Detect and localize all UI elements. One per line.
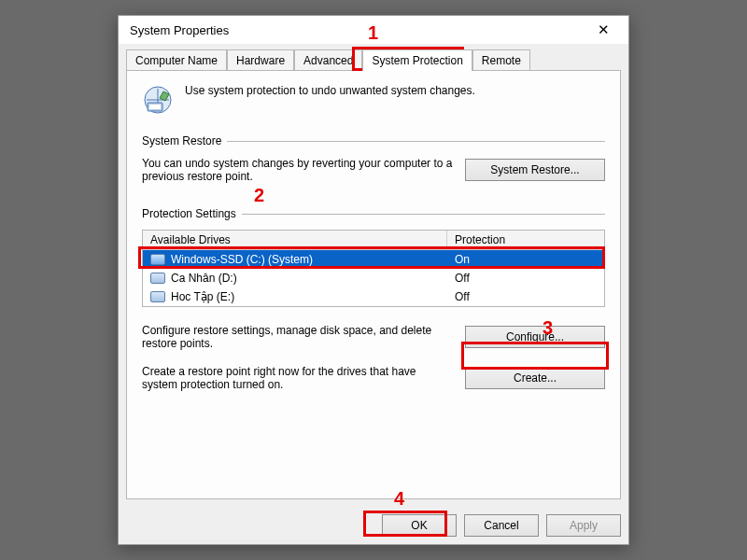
group-title-restore: System Restore [142,134,221,147]
close-button[interactable]: ✕ [584,18,623,42]
drive-row-e[interactable]: Hoc Tập (E:) Off [143,287,604,306]
svg-rect-2 [149,105,161,109]
dialog-footer: OK Cancel Apply 4 [119,507,628,544]
group-protection-settings: Protection Settings Available Drives Pro… [142,207,605,391]
system-properties-window: System Properties ✕ Computer Name Hardwa… [118,15,629,545]
group-system-restore: System Restore You can undo system chang… [142,134,605,183]
drives-listbox[interactable]: Available Drives Protection Windows-SSD … [142,230,605,307]
col-header-protection: Protection [447,231,604,249]
ok-button[interactable]: OK [382,514,457,537]
window-title: System Properties [130,23,229,37]
col-header-drives: Available Drives [143,231,447,249]
drive-icon [150,291,165,302]
annotation-number-2: 2 [254,185,264,206]
restore-desc: You can undo system changes by reverting… [142,157,454,183]
drive-row-c[interactable]: Windows-SSD (C:) (System) On [143,250,604,269]
apply-button: Apply [546,514,621,537]
tab-remote[interactable]: Remote [472,49,530,71]
tab-advanced[interactable]: Advanced [294,49,362,71]
drive-protection: Off [447,269,604,287]
client-area: Computer Name Hardware Advanced System P… [119,44,628,507]
tab-system-protection[interactable]: System Protection [362,49,472,71]
drive-icon [150,254,165,265]
configure-desc: Configure restore settings, manage disk … [142,324,454,350]
drive-protection: Off [447,287,604,306]
drive-row-d[interactable]: Ca Nhân (D:) Off [143,269,604,287]
drive-name: Ca Nhân (D:) [171,272,237,285]
create-button[interactable]: Create... [465,367,605,389]
divider [227,141,605,142]
tab-hardware[interactable]: Hardware [227,49,294,71]
drive-protection: On [447,250,604,269]
tab-computer-name[interactable]: Computer Name [126,49,227,71]
drive-name: Hoc Tập (E:) [171,290,234,303]
drive-icon [150,273,165,284]
system-protection-icon [142,84,174,116]
configure-button[interactable]: Configure... [465,326,605,348]
cancel-button[interactable]: Cancel [464,514,539,537]
system-restore-button[interactable]: System Restore... [465,159,605,181]
tab-body-system-protection: Use system protection to undo unwanted s… [126,70,621,499]
group-title-protection: Protection Settings [142,207,236,220]
intro-row: Use system protection to undo unwanted s… [142,84,605,116]
divider [242,214,605,215]
tab-row: Computer Name Hardware Advanced System P… [126,49,621,71]
close-icon: ✕ [598,21,610,38]
titlebar: System Properties ✕ [119,16,628,44]
intro-text: Use system protection to undo unwanted s… [185,84,475,116]
drive-name: Windows-SSD (C:) (System) [171,253,313,266]
list-header: Available Drives Protection [143,231,604,250]
create-desc: Create a restore point right now for the… [142,365,454,391]
